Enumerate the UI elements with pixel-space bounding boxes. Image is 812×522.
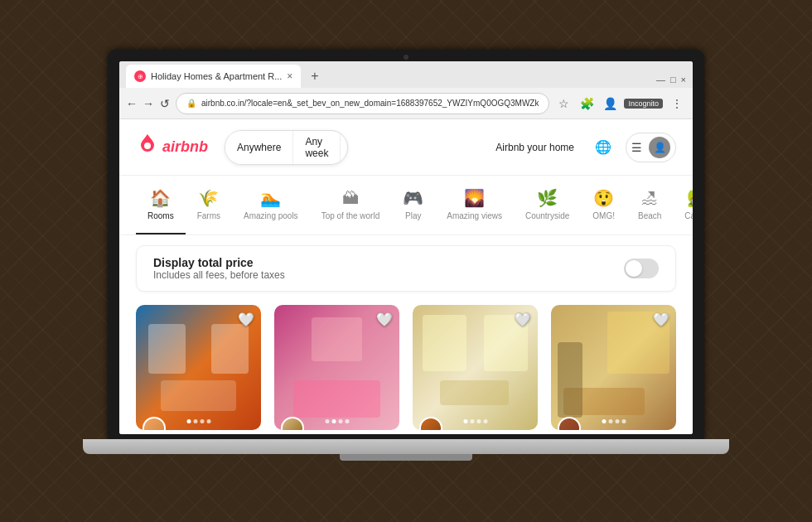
anywhere-pill[interactable]: Anywhere	[225, 131, 293, 164]
listing-nantes-dots	[463, 419, 487, 423]
category-amazing-pools[interactable]: 🏊 Amazing pools	[232, 176, 310, 234]
more-button[interactable]: ⋮	[668, 94, 686, 113]
beach-icon: 🏖	[641, 189, 658, 208]
listing-valencia-image: 🤍	[136, 305, 261, 430]
pools-icon: 🏊	[260, 188, 281, 208]
airbnb-your-home-button[interactable]: Airbnb your home	[489, 135, 581, 160]
back-button[interactable]: ←	[126, 94, 138, 113]
category-amazing-views[interactable]: 🌄 Amazing views	[435, 176, 514, 234]
listing-lyon-info: Lyon, France ★ 5.0 Stay with Edouard · C…	[551, 430, 676, 434]
category-farms[interactable]: 🌾 Farms	[186, 176, 232, 234]
forward-button[interactable]: →	[143, 94, 154, 113]
display-total-price-banner: Display total price Includes all fees, b…	[136, 245, 676, 292]
listing-nantes[interactable]: 🤍 Nantes, France	[413, 305, 538, 434]
url-text: airbnb.co.in/?locale=en&_set_bev_on_new_…	[201, 99, 539, 108]
tab-bar: ⊕ Holiday Homes & Apartment R... × + — □…	[119, 61, 693, 88]
logo-text: airbnb	[162, 138, 208, 156]
price-banner-title: Display total price	[153, 256, 285, 269]
rooms-icon: 🏠	[150, 188, 171, 208]
price-banner-subtitle: Includes all fees, before taxes	[153, 269, 285, 281]
new-tab-button[interactable]: +	[304, 65, 325, 88]
category-cabins-label: Cabins	[684, 211, 693, 220]
refresh-button[interactable]: ↺	[159, 94, 171, 113]
nav-actions: ☆ 🧩 👤 Incognito ⋮	[554, 94, 686, 113]
category-omg-label: OMG!	[592, 211, 615, 220]
maximize-button[interactable]: □	[670, 75, 676, 85]
url-bar[interactable]: 🔒 airbnb.co.in/?locale=en&_set_bev_on_ne…	[176, 93, 549, 114]
lock-icon: 🔒	[186, 99, 196, 108]
farms-icon: 🌾	[198, 188, 219, 208]
category-omg[interactable]: 😲 OMG!	[581, 176, 626, 234]
listing-torino-info: Torino, Italy ★ 4.87 Stay with Carmela ·…	[274, 430, 399, 434]
display-total-price-toggle[interactable]	[624, 259, 659, 278]
tab-close-button[interactable]: ×	[287, 70, 292, 82]
user-menu-button[interactable]: ☰ 👤	[626, 133, 676, 162]
price-banner-text: Display total price Includes all fees, b…	[153, 256, 285, 281]
incognito-badge: Incognito	[624, 99, 663, 109]
category-beach[interactable]: 🏖 Beach	[626, 176, 673, 234]
listing-torino[interactable]: 🤍 Torino, Italy	[274, 305, 399, 434]
category-farms-label: Farms	[197, 211, 220, 220]
category-rooms-label: Rooms	[147, 211, 174, 220]
any-week-pill[interactable]: Any week	[293, 131, 341, 164]
category-play-label: Play	[405, 211, 421, 220]
header-right: Airbnb your home 🌐 ☰ 👤	[489, 133, 676, 162]
browser: ⊕ Holiday Homes & Apartment R... × + — □…	[119, 61, 693, 434]
tab-favicon: ⊕	[134, 70, 146, 82]
listing-nantes-info: Nantes, France ★ 4.96 Stay with Golwen	[413, 430, 538, 434]
screen-bezel: ⊕ Holiday Homes & Apartment R... × + — □…	[108, 50, 704, 439]
listing-valencia-dots	[186, 419, 210, 423]
camera	[404, 55, 408, 60]
listing-torino-image: 🤍	[274, 305, 399, 430]
views-icon: 🌄	[464, 188, 485, 208]
play-icon: 🎮	[403, 188, 423, 208]
category-pools-label: Amazing pools	[244, 211, 298, 220]
bookmark-button[interactable]: ☆	[554, 94, 573, 113]
category-countryside-label: Countryside	[525, 211, 569, 220]
category-views-label: Amazing views	[447, 211, 502, 220]
category-rooms[interactable]: 🏠 Rooms	[136, 176, 186, 234]
minimize-button[interactable]: —	[656, 75, 665, 85]
avatar: 👤	[649, 137, 670, 158]
laptop-base	[83, 439, 729, 454]
toggle-knob	[626, 260, 642, 277]
site-header: airbnb Anywhere Any week Add guests 🔍	[119, 119, 693, 176]
window-controls[interactable]: — □ ×	[656, 75, 686, 88]
category-nav: 🏠 Rooms 🌾 Farms 🏊 Amazing pools 🏔	[119, 176, 693, 235]
omg-icon: 😲	[593, 188, 614, 208]
active-tab[interactable]: ⊕ Holiday Homes & Apartment R... ×	[126, 65, 301, 88]
listing-valencia-info: Valencia, Spain ★ 4.87 Stay with Sagrari…	[136, 430, 261, 434]
listing-valencia[interactable]: 🤍 Valencia, Spain	[136, 305, 261, 434]
listing-torino-dots	[325, 419, 349, 423]
listing-valencia-heart[interactable]: 🤍	[238, 312, 254, 327]
airbnb-logo[interactable]: airbnb	[136, 133, 208, 162]
profile-button[interactable]: 👤	[601, 94, 619, 113]
search-bar: Anywhere Any week Add guests 🔍	[225, 130, 348, 165]
category-play[interactable]: 🎮 Play	[391, 176, 435, 234]
category-countryside[interactable]: 🌿 Countryside	[514, 176, 581, 234]
listing-lyon-image: 🤍	[551, 305, 676, 430]
listing-lyon[interactable]: 🤍 Lyon, France	[551, 305, 676, 434]
listing-lyon-dots	[602, 419, 626, 423]
cabins-icon: 🏡	[687, 188, 693, 208]
category-top-label: Top of the world	[321, 211, 380, 220]
category-top-of-world[interactable]: 🏔 Top of the world	[310, 176, 392, 234]
extensions-button[interactable]: 🧩	[578, 94, 596, 113]
listing-torino-heart[interactable]: 🤍	[376, 312, 393, 327]
hamburger-icon: ☰	[631, 141, 642, 154]
category-cabins[interactable]: 🏡 Cabins	[673, 176, 693, 234]
add-guests-pill[interactable]: Add guests	[341, 131, 347, 164]
category-beach-label: Beach	[638, 211, 661, 220]
listing-nantes-image: 🤍	[413, 305, 538, 430]
logo-icon	[136, 133, 159, 162]
tab-title: Holiday Homes & Apartment R...	[151, 71, 282, 81]
laptop: ⊕ Holiday Homes & Apartment R... × + — □…	[104, 50, 708, 472]
listing-nantes-heart[interactable]: 🤍	[515, 312, 531, 327]
close-window-button[interactable]: ×	[681, 75, 686, 85]
listings-grid: 🤍 Valencia, Spain	[119, 298, 693, 434]
airbnb-page: airbnb Anywhere Any week Add guests 🔍	[119, 119, 693, 434]
language-button[interactable]: 🌐	[591, 135, 616, 160]
listing-lyon-heart[interactable]: 🤍	[653, 312, 669, 327]
countryside-icon: 🌿	[537, 188, 558, 208]
listings-container: 🤍 Valencia, Spain	[119, 298, 693, 434]
